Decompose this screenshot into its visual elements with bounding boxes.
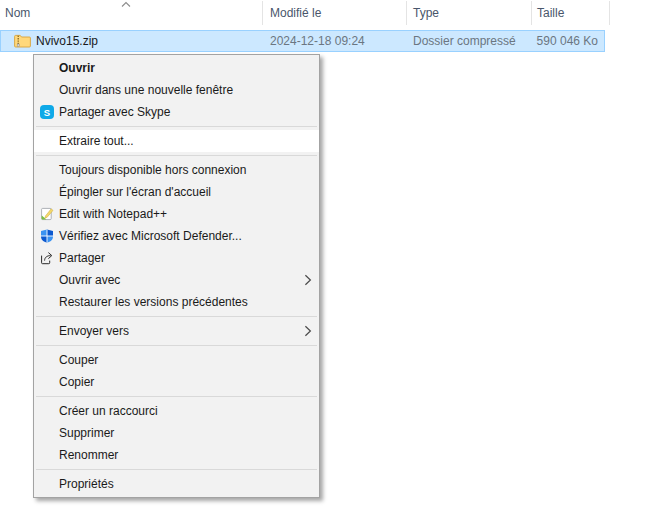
menu-item-edit-with-notepad[interactable]: Edit with Notepad++ — [34, 203, 319, 225]
menu-item-epingler-sur-l-ecran-d-accueil[interactable]: Épingler sur l'écran d'accueil — [34, 181, 319, 203]
chevron-right-icon — [304, 325, 312, 337]
notepadpp-icon — [40, 207, 54, 221]
menu-item-label: Edit with Notepad++ — [59, 207, 167, 221]
column-header-type[interactable]: Type — [408, 0, 533, 26]
menu-separator — [36, 396, 317, 397]
menu-item-label: Ouvrir — [59, 61, 95, 75]
menu-item-partager-avec-skype[interactable]: SPartager avec Skype — [34, 101, 319, 123]
context-menu: OuvrirOuvrir dans une nouvelle fenêtreSP… — [33, 54, 320, 498]
defender-icon — [40, 229, 54, 243]
menu-item-copier[interactable]: Copier — [34, 371, 319, 393]
menu-item-toujours-disponible-hors-connexion[interactable]: Toujours disponible hors connexion — [34, 159, 319, 181]
column-divider — [609, 1, 610, 25]
menu-separator — [36, 155, 317, 156]
svg-text:S: S — [44, 107, 50, 118]
menu-item-supprimer[interactable]: Supprimer — [34, 422, 319, 444]
menu-item-renommer[interactable]: Renommer — [34, 444, 319, 466]
column-header-taille[interactable]: Taille — [532, 0, 612, 26]
menu-item-partager[interactable]: Partager — [34, 247, 319, 269]
menu-item-extraire-tout[interactable]: Extraire tout... — [34, 130, 319, 152]
menu-item-label: Créer un raccourci — [59, 404, 158, 418]
menu-item-proprietes[interactable]: Propriétés — [34, 473, 319, 495]
column-divider — [406, 1, 407, 25]
file-row-selected[interactable]: Nvivo15.zip 2024-12-18 09:24 Dossier com… — [0, 30, 605, 52]
menu-item-label: Épingler sur l'écran d'accueil — [59, 185, 211, 199]
menu-item-label: Partager — [59, 251, 105, 265]
share-icon — [40, 251, 54, 265]
menu-item-creer-un-raccourci[interactable]: Créer un raccourci — [34, 400, 319, 422]
menu-item-label: Propriétés — [59, 477, 114, 491]
file-name: Nvivo15.zip — [36, 31, 98, 51]
menu-separator — [36, 469, 317, 470]
explorer-window: Nom Modifié le Type Taille Nvivo15.zip 2… — [0, 0, 660, 507]
menu-item-label: Extraire tout... — [59, 134, 134, 148]
column-header-nom[interactable]: Nom — [0, 0, 260, 26]
file-type: Dossier compressé — [413, 31, 516, 51]
menu-item-label: Copier — [59, 375, 94, 389]
file-size: 590 046 Ko — [537, 31, 598, 51]
skype-icon: S — [40, 105, 54, 119]
menu-item-ouvrir[interactable]: Ouvrir — [34, 57, 319, 79]
zip-folder-icon — [14, 34, 31, 48]
file-list-header: Nom Modifié le Type Taille — [0, 0, 660, 26]
menu-item-label: Couper — [59, 353, 98, 367]
menu-item-label: Renommer — [59, 448, 118, 462]
menu-separator — [36, 126, 317, 127]
menu-item-label: Ouvrir avec — [59, 273, 120, 287]
menu-item-label: Supprimer — [59, 426, 114, 440]
menu-item-label: Restaurer les versions précédentes — [59, 295, 248, 309]
menu-item-label: Partager avec Skype — [59, 105, 170, 119]
file-modified-date: 2024-12-18 09:24 — [270, 31, 365, 51]
menu-item-label: Envoyer vers — [59, 324, 129, 338]
chevron-right-icon — [304, 274, 312, 286]
column-header-modifie-le[interactable]: Modifié le — [265, 0, 408, 26]
menu-item-ouvrir-dans-une-nouvelle-fenetre[interactable]: Ouvrir dans une nouvelle fenêtre — [34, 79, 319, 101]
column-divider — [531, 1, 532, 25]
menu-item-label: Ouvrir dans une nouvelle fenêtre — [59, 83, 233, 97]
menu-item-envoyer-vers[interactable]: Envoyer vers — [34, 320, 319, 342]
menu-item-ouvrir-avec[interactable]: Ouvrir avec — [34, 269, 319, 291]
menu-item-restaurer-les-versions-precedentes[interactable]: Restaurer les versions précédentes — [34, 291, 319, 313]
menu-item-couper[interactable]: Couper — [34, 349, 319, 371]
column-divider — [262, 1, 263, 25]
menu-separator — [36, 345, 317, 346]
menu-item-verifiez-avec-microsoft-defender[interactable]: Vérifiez avec Microsoft Defender... — [34, 225, 319, 247]
menu-separator — [36, 316, 317, 317]
menu-item-label: Vérifiez avec Microsoft Defender... — [59, 229, 242, 243]
menu-item-label: Toujours disponible hors connexion — [59, 163, 246, 177]
